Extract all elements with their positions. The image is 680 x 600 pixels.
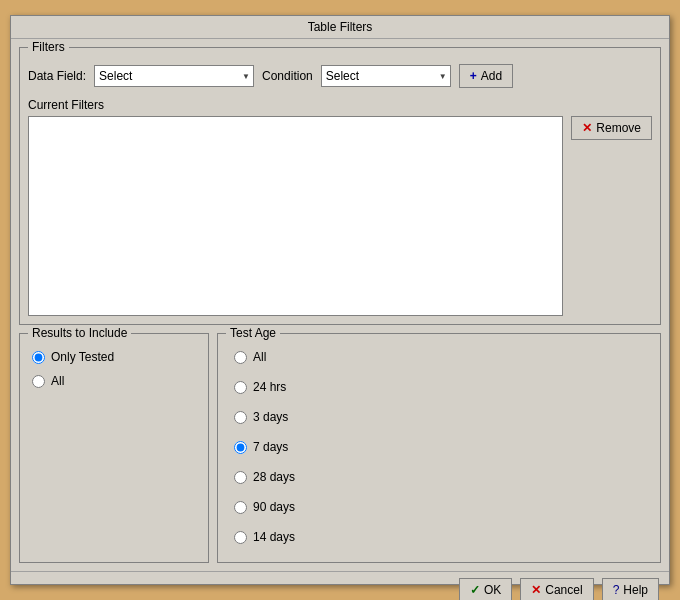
test-age-7days-label: 7 days [253, 440, 288, 454]
condition-label: Condition [262, 69, 313, 83]
test-age-14days-row: 14 days [234, 530, 652, 544]
results-all-label: All [51, 374, 64, 388]
cancel-x-icon: ✕ [531, 583, 541, 597]
test-age-28days-row: 28 days [234, 470, 652, 484]
data-field-select-wrapper[interactable]: Select [94, 65, 254, 87]
test-age-all-label: All [253, 350, 266, 364]
bottom-row: Results to Include Only Tested All Test … [19, 333, 661, 563]
test-age-14days-radio[interactable] [234, 531, 247, 544]
cancel-button[interactable]: ✕ Cancel [520, 578, 593, 600]
test-age-3days-label: 3 days [253, 410, 288, 424]
remove-btn-col: ✕ Remove [571, 116, 652, 140]
test-age-all-row: All [234, 350, 652, 364]
current-filters-label: Current Filters [28, 98, 652, 112]
results-only-tested-row: Only Tested [32, 350, 200, 364]
condition-select[interactable]: Select [321, 65, 451, 87]
test-age-options: All 24 hrs 3 days 7 days [230, 350, 652, 554]
test-age-90days-label: 90 days [253, 500, 295, 514]
data-field-label: Data Field: [28, 69, 86, 83]
test-age-90days-radio[interactable] [234, 501, 247, 514]
check-icon: ✓ [470, 583, 480, 597]
test-age-3days-radio[interactable] [234, 411, 247, 424]
results-group: Results to Include Only Tested All [19, 333, 209, 563]
help-button[interactable]: ? Help [602, 578, 659, 600]
question-icon: ? [613, 583, 620, 597]
dialog-title: Table Filters [11, 16, 669, 39]
test-age-3days-row: 3 days [234, 410, 652, 424]
test-age-28days-radio[interactable] [234, 471, 247, 484]
test-age-24hrs-label: 24 hrs [253, 380, 286, 394]
test-age-7days-row: 7 days [234, 440, 652, 454]
data-field-select[interactable]: Select [94, 65, 254, 87]
filters-group: Filters Data Field: Select Condition Sel… [19, 47, 661, 325]
current-filters-box [28, 116, 563, 316]
x-icon: ✕ [582, 121, 592, 135]
test-age-90days-row: 90 days [234, 500, 652, 514]
remove-button[interactable]: ✕ Remove [571, 116, 652, 140]
plus-icon: + [470, 69, 477, 83]
test-age-group-legend: Test Age [226, 326, 280, 340]
results-all-row: All [32, 374, 200, 388]
test-age-24hrs-row: 24 hrs [234, 380, 652, 394]
add-button[interactable]: + Add [459, 64, 513, 88]
table-filters-dialog: Table Filters Filters Data Field: Select… [10, 15, 670, 585]
test-age-14days-label: 14 days [253, 530, 295, 544]
test-age-28days-label: 28 days [253, 470, 295, 484]
test-age-7days-radio[interactable] [234, 441, 247, 454]
test-age-all-radio[interactable] [234, 351, 247, 364]
results-group-legend: Results to Include [28, 326, 131, 340]
filters-content-row: ✕ Remove [28, 116, 652, 316]
condition-select-wrapper[interactable]: Select [321, 65, 451, 87]
test-age-24hrs-radio[interactable] [234, 381, 247, 394]
results-only-tested-label: Only Tested [51, 350, 114, 364]
results-all-radio[interactable] [32, 375, 45, 388]
results-only-tested-radio[interactable] [32, 351, 45, 364]
filters-row: Data Field: Select Condition Select + Ad… [28, 64, 652, 88]
dialog-footer: ✓ OK ✕ Cancel ? Help [11, 571, 669, 600]
test-age-group: Test Age All 24 hrs 3 days [217, 333, 661, 563]
ok-button[interactable]: ✓ OK [459, 578, 512, 600]
filters-group-legend: Filters [28, 40, 69, 54]
dialog-body: Filters Data Field: Select Condition Sel… [11, 39, 669, 571]
